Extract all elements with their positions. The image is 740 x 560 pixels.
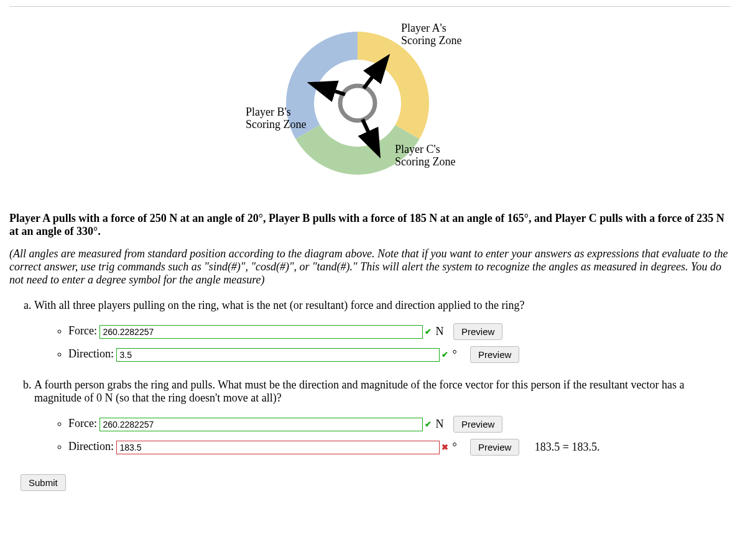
- problem-statement: Player A pulls with a force of 250 N at …: [9, 212, 731, 238]
- check-icon: ✔: [424, 420, 433, 429]
- svg-line-2: [314, 85, 345, 94]
- unit-degree: °: [452, 348, 463, 361]
- part-b-direction-input[interactable]: [116, 441, 440, 454]
- direction-label: Direction:: [68, 347, 114, 360]
- preview-button[interactable]: Preview: [470, 439, 519, 456]
- unit-n: N: [435, 325, 446, 338]
- cross-icon: ✖: [441, 443, 450, 452]
- direction-label: Direction:: [68, 440, 114, 452]
- feedback-text: 183.5 = 183.5.: [535, 441, 600, 453]
- force-label: Force:: [68, 324, 97, 337]
- part-b: A fourth person grabs the ring and pulls…: [34, 379, 731, 456]
- part-a-direction-row: Direction: ✔ ° Preview: [68, 346, 731, 363]
- unit-n: N: [435, 418, 446, 431]
- part-a-force-input[interactable]: [99, 325, 423, 339]
- scoring-zone-diagram: Player A's Scoring Zone Player B's Scori…: [9, 13, 731, 193]
- top-divider: [9, 6, 731, 7]
- part-b-direction-row: Direction: ✖ ° Preview 183.5 = 183.5.: [68, 439, 731, 456]
- preview-button[interactable]: Preview: [453, 416, 502, 433]
- part-a-direction-input[interactable]: [116, 348, 440, 362]
- question-list: With all three players pulling on the ri…: [9, 299, 731, 456]
- submit-button[interactable]: Submit: [21, 474, 66, 491]
- svg-point-0: [340, 86, 375, 121]
- part-a: With all three players pulling on the ri…: [34, 299, 731, 363]
- label-player-a: Player A's Scoring Zone: [401, 22, 461, 47]
- force-label: Force:: [68, 417, 97, 429]
- check-icon: ✔: [424, 327, 433, 337]
- part-b-force-row: Force: ✔ N Preview: [68, 416, 731, 433]
- part-b-prompt: A fourth person grabs the ring and pulls…: [34, 379, 684, 404]
- part-a-force-row: Force: ✔ N Preview: [68, 323, 731, 340]
- part-a-prompt: With all three players pulling on the ri…: [34, 299, 525, 311]
- svg-line-1: [364, 60, 386, 88]
- preview-button[interactable]: Preview: [453, 323, 502, 340]
- instructions-text: (All angles are measured from standard p…: [9, 247, 731, 287]
- label-player-c: Player C's Scoring Zone: [395, 143, 455, 168]
- part-b-force-input[interactable]: [99, 418, 423, 431]
- preview-button[interactable]: Preview: [470, 346, 519, 363]
- unit-degree: °: [452, 441, 463, 454]
- check-icon: ✔: [441, 350, 450, 360]
